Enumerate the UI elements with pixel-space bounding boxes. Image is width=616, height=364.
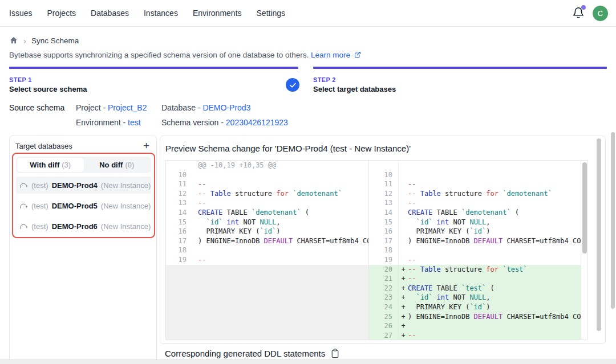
breadcrumb-page: Sync Schema xyxy=(31,36,79,45)
add-target-database-button[interactable]: + xyxy=(143,141,149,150)
nav-item-projects[interactable]: Projects xyxy=(47,9,76,18)
line-number: 24 xyxy=(369,302,399,312)
home-icon[interactable] xyxy=(9,36,18,45)
nav-item-instances[interactable]: Instances xyxy=(144,9,178,18)
page-scrollbar-thumb[interactable] xyxy=(611,132,615,309)
db-env: (test) xyxy=(31,202,48,210)
line-number: 10 xyxy=(369,170,399,180)
database-cell: Database - DEMO-Prod3 xyxy=(161,103,250,112)
external-link-icon[interactable] xyxy=(354,51,361,58)
diff-add-marker xyxy=(399,236,408,246)
editor-scrollbar-thumb[interactable] xyxy=(582,162,587,253)
db-suffix: (New Instance) xyxy=(101,202,151,210)
diff-add-marker: + xyxy=(399,302,408,312)
project-label: Project - xyxy=(76,103,108,112)
nav-item-databases[interactable]: Databases xyxy=(91,9,129,18)
line-number: 16 xyxy=(166,227,193,236)
notification-bell-icon[interactable] xyxy=(572,7,585,19)
diff-line: 21+-- xyxy=(369,274,581,284)
line-number: 18 xyxy=(369,246,399,255)
db-suffix: (New Instance) xyxy=(101,181,151,190)
diff-add-marker xyxy=(399,161,408,170)
schema-diff-editor[interactable]: @@ -10,19 +10,35 @@1011--12-- Table stru… xyxy=(165,160,588,340)
list-item-demo-prod6[interactable]: (test) DEMO-Prod6 (New Instance) xyxy=(16,218,151,235)
tab-no-diff[interactable]: No diff (0) xyxy=(84,158,151,172)
diff-line: 19-- xyxy=(369,255,581,265)
project-link[interactable]: Project_B2 xyxy=(108,103,147,112)
code-text xyxy=(408,321,581,331)
diff-line: 24+ PRIMARY KEY (`id`) xyxy=(369,302,581,312)
ddl-editor-top-edge xyxy=(0,359,616,364)
preview-schema-card: Preview Schema change for 'DEMO-Prod4 (t… xyxy=(160,136,606,344)
code-text xyxy=(408,170,581,180)
diff-line: 23+ `id` int NOT NULL, xyxy=(369,293,581,302)
db-env: (test) xyxy=(31,181,48,190)
nav-links: Issues Projects Databases Instances Envi… xyxy=(9,9,285,18)
diff-add-marker: + xyxy=(399,331,408,340)
tab-with-diff-label: With diff xyxy=(30,161,59,169)
schema-version-label: Schema version - xyxy=(161,118,226,127)
diff-line: 18 xyxy=(166,246,368,255)
line-number: 23 xyxy=(369,293,399,302)
line-number xyxy=(166,161,193,170)
list-item-demo-prod5[interactable]: (test) DEMO-Prod5 (New Instance) xyxy=(16,197,151,214)
line-number: 26 xyxy=(369,321,399,331)
diff-line: 11-- xyxy=(369,179,581,189)
code-text: `id` int NOT NULL, xyxy=(408,293,581,302)
database-link[interactable]: DEMO-Prod3 xyxy=(202,103,250,112)
line-number: 10 xyxy=(166,170,193,180)
diff-add-marker xyxy=(399,179,408,189)
top-navbar: Issues Projects Databases Instances Envi… xyxy=(0,0,616,27)
line-number: 12 xyxy=(369,189,399,199)
diff-tabbar: With diff (3) No diff (0) xyxy=(16,157,151,173)
diff-line: 13-- xyxy=(369,198,581,208)
editor-scrollbar-track xyxy=(581,161,587,340)
target-database-list: (test) DEMO-Prod4 (New Instance) (test) … xyxy=(16,177,151,235)
breadcrumb: › Sync Schema xyxy=(9,36,79,45)
line-number: 13 xyxy=(166,198,193,208)
diff-pane-target[interactable]: 1011--12-- Table structure for `demotena… xyxy=(369,161,581,340)
tab-with-diff[interactable]: With diff (3) xyxy=(17,158,84,172)
code-text: -- xyxy=(193,179,368,189)
nav-item-environments[interactable]: Environments xyxy=(193,9,242,18)
diff-pane-source[interactable]: @@ -10,19 +10,35 @@1011--12-- Table stru… xyxy=(166,161,369,340)
notification-dot xyxy=(581,5,586,10)
line-number: 14 xyxy=(166,208,193,218)
line-number: 16 xyxy=(369,227,399,236)
intro-text: Bytebase supports synchronizing a specif… xyxy=(9,51,361,59)
learn-more-link[interactable]: Learn more xyxy=(311,51,350,59)
code-text: PRIMARY KEY (`id`) xyxy=(193,227,368,236)
avatar[interactable]: C xyxy=(593,6,608,21)
environment-link[interactable]: test xyxy=(128,118,141,127)
copy-clipboard-icon[interactable] xyxy=(331,349,339,358)
nav-item-issues[interactable]: Issues xyxy=(9,9,32,18)
diff-line: 11-- xyxy=(166,179,368,189)
card-scrollbar-thumb[interactable] xyxy=(597,138,601,331)
step-2-progress-bar xyxy=(313,67,607,69)
diff-add-marker: + xyxy=(399,274,408,284)
code-text: -- Table structure for `test` xyxy=(408,265,581,275)
code-text: `id` int NOT NULL, xyxy=(193,218,368,227)
db-name: DEMO-Prod4 xyxy=(52,181,98,190)
line-number: 25 xyxy=(369,312,399,322)
list-item-demo-prod4[interactable]: (test) DEMO-Prod4 (New Instance) xyxy=(16,177,151,194)
line-number: 19 xyxy=(166,255,193,265)
diff-empty-filler xyxy=(166,265,368,340)
diff-add-marker xyxy=(399,198,408,208)
schema-version-link[interactable]: 20230426121923 xyxy=(226,118,288,127)
nav-item-settings[interactable]: Settings xyxy=(257,9,286,18)
database-label: Database - xyxy=(161,103,202,112)
db-suffix: (New Instance) xyxy=(101,222,151,231)
line-number: 14 xyxy=(369,208,399,218)
line-number: 15 xyxy=(166,218,193,227)
chevron-right-icon: › xyxy=(23,36,26,45)
step-1-progress-bar xyxy=(9,67,298,69)
code-text: -- Table structure for `demotenant` xyxy=(193,189,368,199)
line-number: 17 xyxy=(166,236,193,246)
code-text xyxy=(193,170,368,180)
code-text: -- xyxy=(193,198,368,208)
diff-line: 15 `id` int NOT NULL, xyxy=(369,218,581,227)
db-name: DEMO-Prod5 xyxy=(52,202,98,210)
step-2-label: STEP 2 xyxy=(313,76,607,83)
preview-title: Preview Schema change for 'DEMO-Prod4 (t… xyxy=(165,144,411,153)
